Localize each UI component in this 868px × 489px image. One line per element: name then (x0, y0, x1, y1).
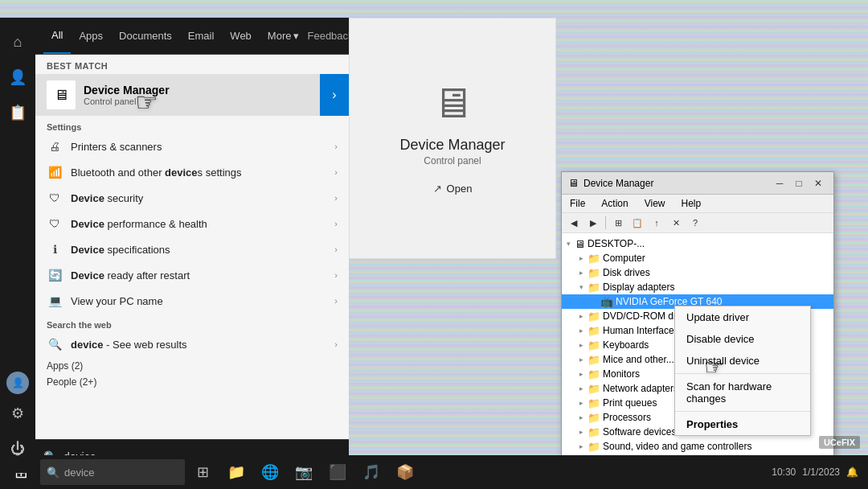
preview-title: Device Manager (399, 137, 505, 154)
shield-security-icon: 🛡 (47, 190, 63, 206)
taskbar-task-view[interactable]: ⊞ (186, 455, 219, 489)
menu-item-printers[interactable]: 🖨 Printers & scanners › (35, 134, 349, 159)
menu-item-device-specs[interactable]: ℹ Device specifications › (35, 236, 349, 262)
menu-item-device-security[interactable]: 🛡 Device security › (35, 185, 349, 211)
best-match-item[interactable]: 🖥 Device Manager Control panel › (35, 74, 349, 116)
expand-icon: ▸ (575, 310, 588, 323)
tree-item-sound[interactable]: ▸ 📁 Sound, video and game controllers (562, 439, 833, 454)
dm-menu-view[interactable]: View (641, 196, 669, 211)
sidebar-docs-icon[interactable]: 📋 (2, 97, 34, 129)
folder-icon: 📁 (588, 310, 600, 323)
ctx-properties[interactable]: Properties (675, 413, 810, 435)
dm-tb-props[interactable]: 📋 (628, 215, 646, 231)
taskbar-notification[interactable]: 🔔 (846, 466, 858, 478)
tab-more[interactable]: More ▾ (260, 18, 308, 54)
dm-maximize-button[interactable]: □ (790, 176, 808, 191)
search-tabs: All Apps Documents Email Web More ▾ Feed… (35, 18, 349, 55)
restart-icon: 🔄 (47, 267, 63, 283)
web-search-arrow: › (334, 339, 338, 349)
preview-app-icon: 🖥 (432, 79, 473, 127)
menu-item-bluetooth-arrow: › (334, 167, 338, 177)
menu-item-printers-arrow: › (334, 142, 338, 151)
tree-item-computer-label: Computer (603, 253, 645, 264)
taskbar-file-explorer[interactable]: 📁 (220, 455, 252, 489)
computer-icon: 🖥 (575, 238, 585, 250)
menu-item-device-restart[interactable]: 🔄 Device ready after restart › (35, 262, 349, 288)
sidebar-power-icon[interactable]: ⏻ (2, 433, 34, 465)
preview-panel: 🖥 Device Manager Control panel ↗ Open (349, 18, 556, 259)
dm-title-text: Device Manager (583, 178, 771, 189)
tab-web[interactable]: Web (222, 18, 260, 54)
tree-item-display[interactable]: ▾ 📁 Display adapters (562, 280, 833, 294)
folder-icon: 📁 (588, 325, 600, 337)
tree-item-diskdrives[interactable]: ▸ 📁 Disk drives (562, 265, 833, 280)
sidebar-avatar[interactable]: 👤 (6, 372, 29, 394)
ctx-uninstall-device[interactable]: Uninstall device (675, 350, 810, 372)
ctx-disable-device[interactable]: Disable device (675, 328, 810, 350)
sidebar-settings-icon[interactable]: ⚙ (2, 397, 34, 429)
feedback-button[interactable]: Feedback (307, 30, 353, 42)
dm-tb-update[interactable]: ↑ (648, 215, 665, 231)
tree-item-network-label: Network adapters (603, 383, 678, 394)
taskbar-store[interactable]: 📦 (389, 455, 421, 489)
dm-tb-uninstall[interactable]: ✕ (667, 215, 685, 231)
dm-tb-forward[interactable]: ▶ (584, 215, 602, 231)
ctx-separator-2 (675, 411, 810, 412)
folder-icon: 📁 (588, 441, 600, 453)
taskbar: ⊞ 🔍 device ⊞ 📁 🌐 📷 ⬛ 🎵 📦 10:30 1/1/2023 … (0, 455, 868, 489)
web-search-item[interactable]: 🔍 device - See web results › (35, 331, 349, 357)
dm-menu-file[interactable]: File (567, 196, 588, 211)
menu-item-device-health[interactable]: 🛡 Device performance & health › (35, 211, 349, 236)
preview-sub: Control panel (424, 155, 481, 166)
taskbar-camera[interactable]: 📷 (288, 455, 320, 489)
tree-item-root[interactable]: ▾ 🖥 DESKTOP-... (562, 236, 833, 251)
menu-item-bluetooth[interactable]: 📶 Bluetooth and other devices settings › (35, 159, 349, 185)
dm-menubar: File Action View Help (562, 195, 833, 213)
ctx-scan-hardware[interactable]: Scan for hardware changes (675, 376, 810, 409)
taskbar-terminal[interactable]: ⬛ (321, 455, 354, 489)
tree-item-sound-label: Sound, video and game controllers (603, 441, 751, 452)
taskbar-search[interactable]: 🔍 device (40, 459, 185, 485)
dm-minimize-button[interactable]: ─ (771, 176, 788, 191)
dm-tb-help[interactable]: ? (686, 215, 704, 231)
tab-email[interactable]: Email (180, 18, 223, 54)
tab-documents[interactable]: Documents (111, 18, 180, 54)
watermark: UCeFIX (819, 436, 860, 449)
search-results: Best match 🖥 Device Manager Control pane… (35, 55, 349, 439)
tree-item-diskdrives-label: Disk drives (603, 267, 650, 278)
menu-item-health-label: Device performance & health (71, 218, 334, 230)
preview-open-button[interactable]: ↗ Open (427, 179, 479, 198)
best-match-arrow[interactable]: › (320, 74, 349, 116)
tab-apps[interactable]: Apps (71, 18, 111, 54)
apps-section-label: Apps (2) (35, 357, 349, 373)
best-match-sub: Control panel (84, 97, 338, 106)
web-search-label: Search the web (35, 314, 349, 331)
sidebar-search-icon[interactable]: 👤 (2, 61, 34, 93)
sidebar-home-icon[interactable]: ⌂ (2, 26, 34, 58)
dm-menu-help[interactable]: Help (678, 196, 705, 211)
dm-menu-action[interactable]: Action (598, 196, 631, 211)
menu-item-specs-arrow: › (334, 244, 338, 254)
ctx-update-driver[interactable]: Update driver (675, 306, 810, 328)
menu-item-pc-name[interactable]: 💻 View your PC name › (35, 288, 349, 314)
folder-icon: 📁 (588, 354, 600, 366)
open-icon: ↗ (433, 183, 442, 195)
tab-all[interactable]: All (43, 18, 71, 54)
folder-icon: 📁 (588, 267, 600, 279)
tree-item-computer[interactable]: ▸ 📁 Computer (562, 251, 833, 265)
menu-item-printers-label: Printers & scanners (71, 141, 334, 153)
expand-icon: ▸ (575, 425, 588, 438)
folder-icon: 📁 (588, 383, 600, 395)
context-menu: Update driver Disable device Uninstall d… (674, 306, 811, 436)
dm-close-button[interactable]: ✕ (809, 176, 827, 191)
dm-tb-back[interactable]: ◀ (565, 215, 583, 231)
taskbar-media[interactable]: 🎵 (355, 455, 387, 489)
expand-icon: ▸ (575, 252, 588, 265)
dm-titlebar: 🖥 Device Manager ─ □ ✕ (562, 172, 833, 195)
taskbar-search-icon: 🔍 (47, 466, 59, 479)
taskbar-chrome[interactable]: 🌐 (254, 455, 286, 489)
bluetooth-icon: 📶 (47, 164, 63, 180)
dm-tb-scan[interactable]: ⊞ (609, 215, 627, 231)
menu-item-restart-label: Device ready after restart (71, 269, 334, 281)
dm-toolbar: ◀ ▶ ⊞ 📋 ↑ ✕ ? (562, 213, 833, 233)
